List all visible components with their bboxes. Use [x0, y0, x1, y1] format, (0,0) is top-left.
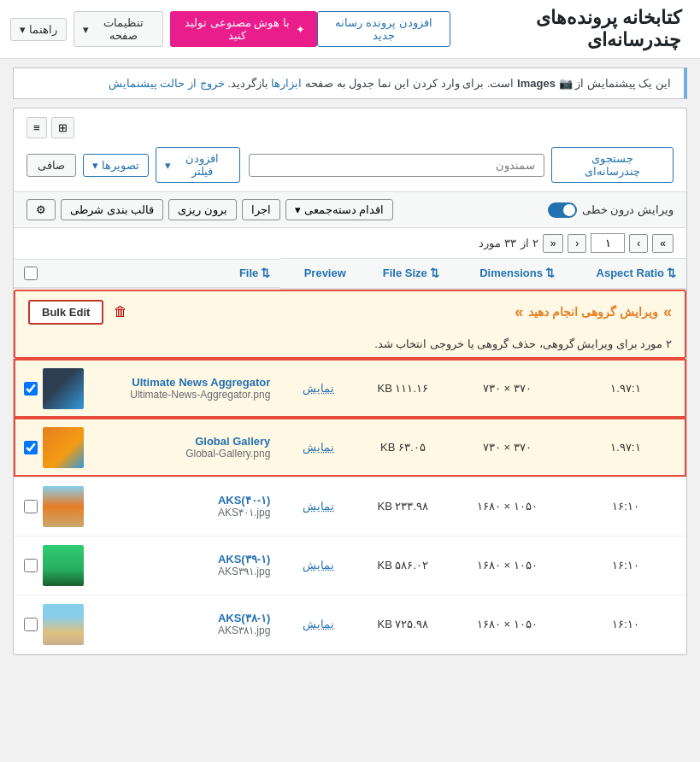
grid-view-button[interactable]: ⊞	[51, 117, 74, 138]
add-filter-label: افزودن فیلتر	[174, 152, 231, 178]
bulk-edit-actions: 🗑 Bulk Edit	[28, 300, 131, 325]
col-header-aspect-ratio: ⇅ Aspect Ratio	[565, 259, 686, 289]
list-icon: ≡	[33, 121, 40, 134]
thumbnail-4	[43, 545, 84, 586]
preview-cell-3: نمایش	[280, 477, 356, 536]
file-thumb-check-3	[24, 486, 84, 527]
col-label-file: File	[239, 267, 258, 279]
add-filter-button[interactable]: افزودن فیلتر ▾	[156, 147, 240, 183]
clear-filter-button[interactable]: صافی	[26, 154, 76, 177]
preview-cell-4: نمایش	[280, 536, 356, 595]
data-table: ⇅ Aspect Ratio ⇅ Dimensions ⇅ File Size	[14, 258, 686, 654]
row-checkbox-3[interactable]	[24, 500, 38, 513]
file-size-cell-3: KB ۲۳۳.۹۸	[356, 477, 450, 536]
preview-link-4[interactable]: نمایش	[303, 559, 334, 572]
toolbar-left: اقدام دسته‌جمعی ▾ اجرا برون ریزی قالب بن…	[26, 199, 393, 220]
add-media-button[interactable]: افزودن پرونده رسانه جدید	[317, 11, 451, 47]
table-row: ۱۶:۱۰ ۱۰۵۰ × ۱۶۸۰ KB ۷۲۵.۹۸ نمایش AKS(۳۸…	[14, 595, 686, 654]
col-label-file-size: File Size	[383, 267, 427, 279]
file-subname-1: Ultimate-News-Aggregator.png	[130, 389, 270, 401]
file-name-2: Global Gallery	[185, 435, 270, 448]
page-title: کتابخانه پرونده‌های چندرسانه‌ای	[457, 7, 681, 51]
sort-file[interactable]: ⇅ File	[239, 267, 270, 279]
file-info-row-2: Global Gallery Global-Gallery.png	[24, 427, 270, 468]
file-cell-5: AKS(۳۸-۱) AKS۳۸۱.jpg	[14, 595, 280, 654]
dimensions-cell-5: ۱۰۵۰ × ۱۶۸۰	[450, 595, 565, 654]
gear-button[interactable]: ⚙	[26, 199, 56, 220]
first-page-button[interactable]: «	[543, 234, 564, 253]
select-all-checkbox[interactable]	[24, 267, 38, 280]
preview-cell-2: نمایش	[280, 418, 356, 477]
sort-file-size[interactable]: ⇅ File Size	[383, 267, 439, 279]
col-header-file-size: ⇅ File Size	[356, 259, 450, 289]
preview-link-2[interactable]: نمایش	[303, 441, 334, 454]
last-page-button[interactable]: »	[652, 234, 674, 253]
file-text-1: Ultimate News Aggregator Ultimate-News-A…	[130, 376, 270, 401]
inline-edit-toggle[interactable]	[548, 202, 577, 218]
row-checkbox-1[interactable]	[24, 382, 38, 396]
table-row: ۱.۹۷:۱ ۳۷۰ × ۷۳۰ KB ۱۱۱.۱۶ نمایش Ultimat…	[14, 359, 686, 418]
thumbnail-2	[43, 427, 84, 468]
ai-generate-button[interactable]: ✦ با هوش مصنوعی تولید کنید	[170, 11, 316, 47]
file-cell-1: Ultimate News Aggregator Ultimate-News-A…	[14, 359, 280, 418]
multimedia-search-button[interactable]: جستجوی چندرسانه‌ای	[551, 147, 674, 183]
search-filter-left: افزودن فیلتر ▾ تصویرها ▾ صافی	[26, 147, 240, 183]
ai-btn-label: با هوش مصنوعی تولید کنید	[182, 16, 291, 42]
bulk-delete-button[interactable]: 🗑	[110, 301, 131, 323]
preview-cell: نمایش	[280, 359, 356, 418]
view-icons: ⊞ ≡	[26, 117, 74, 138]
page-number-input[interactable]	[591, 233, 625, 253]
next-page-button[interactable]: ›	[629, 234, 648, 253]
dimensions-cell-4: ۱۰۵۰ × ۱۶۸۰	[450, 536, 565, 595]
file-subname-3: AKS۴۰۱.jpg	[218, 507, 270, 519]
pagination-row: » › ‹ « ۲ از ۳۳ مورد	[14, 228, 686, 258]
sort-dimensions[interactable]: ⇅ Dimensions	[479, 267, 555, 279]
thumbnail-3	[43, 486, 84, 527]
row-checkbox-2[interactable]	[24, 441, 38, 454]
preview-link-3[interactable]: نمایش	[303, 500, 334, 513]
file-thumb-check-2	[24, 427, 84, 468]
list-view-button[interactable]: ≡	[26, 117, 47, 138]
dimensions-cell-3: ۱۰۵۰ × ۱۶۸۰	[450, 477, 565, 536]
prev-page-button[interactable]: ‹	[568, 234, 586, 253]
layout-button[interactable]: برون ریزی	[168, 199, 237, 220]
search-input[interactable]	[249, 154, 545, 177]
file-size-cell: KB ۱۱۱.۱۶	[356, 359, 450, 418]
content-area: ⊞ ≡ جستجوی چندرسانه‌ای افزودن فیلتر ▾ تص…	[13, 108, 687, 655]
bulk-action-dropdown[interactable]: اقدام دسته‌جمعی ▾	[285, 199, 394, 220]
file-name-4: AKS(۳۹-۱)	[218, 553, 270, 566]
total-count: ۳۳ مورد	[479, 237, 516, 249]
dimensions-cell: ۳۷۰ × ۷۳۰	[450, 359, 565, 418]
run-button[interactable]: اجرا	[242, 199, 280, 220]
file-text-3: AKS(۴۰-۱) AKS۴۰۱.jpg	[218, 494, 270, 519]
file-text-5: AKS(۳۸-۱) AKS۳۸۱.jpg	[218, 612, 270, 636]
aspect-ratio-cell-5: ۱۶:۱۰	[565, 595, 686, 654]
help-button[interactable]: راهنما ▾	[10, 18, 67, 41]
preview-link-5[interactable]: نمایش	[303, 618, 334, 630]
camera-icon: 📷	[559, 77, 573, 90]
bulk-edit-cell: » ویرایش گروهی انجام دهید » 🗑 Bulk Edit …	[14, 289, 686, 360]
tools-link[interactable]: ابزارها	[271, 77, 302, 90]
preview-link-1[interactable]: نمایش	[303, 382, 334, 395]
bulk-edit-header: » ویرایش گروهی انجام دهید » 🗑 Bulk Edit	[15, 291, 685, 333]
toolbar-right: ویرایش درون خطی	[548, 202, 674, 218]
settings-button[interactable]: تنظیمات صفحه ▾	[74, 11, 163, 47]
filter-type-button[interactable]: تصویرها ▾	[83, 154, 149, 177]
thumbnail-5	[43, 604, 84, 645]
bulk-edit-title: » ویرایش گروهی انجام دهید »	[515, 303, 672, 321]
col-label-preview: Preview	[304, 267, 346, 279]
row-checkbox-5[interactable]	[24, 618, 38, 631]
template-label: قالب بندی شرطی	[70, 203, 154, 216]
file-text-2: Global Gallery Global-Gallery.png	[185, 435, 270, 460]
sort-icon-dim: ⇅	[545, 267, 555, 279]
sort-aspect-ratio[interactable]: ⇅ Aspect Ratio	[597, 267, 676, 279]
dimensions-cell-2: ۳۷۰ × ۷۳۰	[450, 418, 565, 477]
row-checkbox-4[interactable]	[24, 559, 38, 572]
bulk-edit-bar: » ویرایش گروهی انجام دهید » 🗑 Bulk Edit …	[14, 290, 686, 359]
page-of-label: ۲ از	[521, 237, 538, 249]
filter-type-label: تصویرها	[102, 159, 139, 172]
bulk-edit-info: ۲ مورد برای ویرایش گروهی، حذف گروهی یا خ…	[15, 333, 685, 357]
template-button[interactable]: قالب بندی شرطی	[61, 199, 163, 220]
exit-preview-link[interactable]: خروج از حالت پیشنمایش	[109, 77, 225, 90]
bulk-edit-button[interactable]: Bulk Edit	[28, 300, 103, 325]
